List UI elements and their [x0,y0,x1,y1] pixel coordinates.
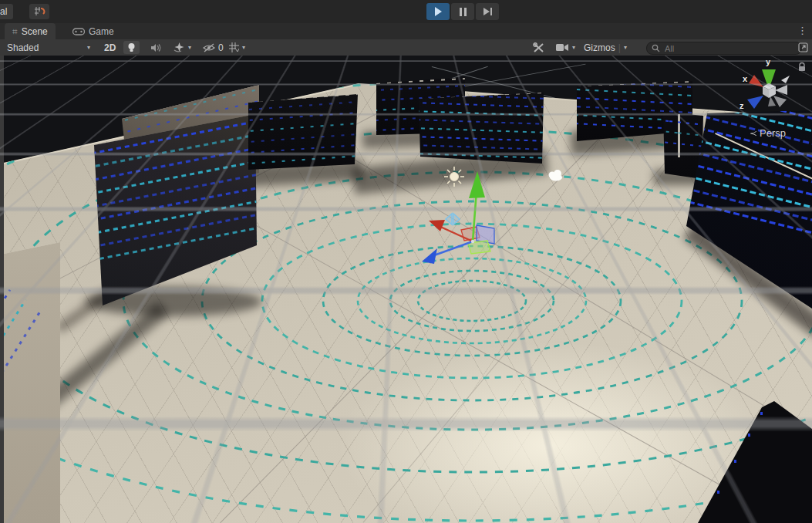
step-button[interactable] [476,3,499,20]
dot-row [245,153,361,167]
separator: | [618,42,621,53]
projection-mode-button[interactable]: ≺ Persp [750,127,786,139]
scene-tools-button[interactable] [529,41,549,54]
scene-search-field[interactable] [646,42,802,55]
chevron-down-icon: ▾ [572,44,575,51]
grid-snap-icon [33,6,45,17]
draw-mode-dropdown[interactable]: Shaded ▾ [3,41,94,54]
chevron-down-icon: ▾ [87,44,90,51]
dot-row [373,83,467,93]
pivot-toggle-button[interactable]: cal [0,4,13,19]
chevron-down-icon: ▾ [624,44,627,51]
dot-row [245,142,361,157]
hidden-eye-icon [203,43,215,52]
gamepad-icon [72,28,85,35]
hidden-objects-button[interactable]: 0 [199,41,227,54]
scene-lighting-button[interactable] [123,41,140,54]
dock-edge [0,56,4,523]
tab-scene[interactable]: ⌗ Scene [5,23,56,39]
tab-game[interactable]: Game [65,23,122,39]
scene-view-toolbar: Shaded ▾ 2D ▾ 0 ▾ ▾ Gizmos [0,39,812,56]
grid-snap-button[interactable] [29,4,49,19]
draw-mode-label: Shaded [7,42,39,53]
dot-row [660,130,705,139]
chevron-down-icon: ▾ [242,44,245,51]
dot-row [416,126,546,134]
step-icon [483,8,492,15]
search-icon [652,44,660,52]
scene-audio-button[interactable] [147,41,165,54]
axis-label-y: y [766,57,770,66]
effects-icon [174,42,185,52]
popout-icon [798,42,808,52]
kebab-menu-icon: ⋮ [797,25,807,36]
dot-row [0,309,42,425]
dot-row [245,110,361,124]
dot-row [416,109,546,117]
play-button[interactable] [426,3,450,20]
camera-icon [556,43,569,52]
effects-dropdown[interactable]: ▾ [170,41,195,54]
dot-row [416,134,546,143]
2d-toggle-button[interactable]: 2D [100,41,120,54]
tab-menu-button[interactable]: ⋮ [797,25,807,36]
grid-icon [229,42,239,52]
tab-scene-label: Scene [22,26,48,37]
dot-row [416,100,546,109]
camera-settings-dropdown[interactable]: ▾ [552,41,579,54]
pause-button[interactable] [451,3,474,20]
dot-row [0,299,27,415]
dot-row [574,87,694,99]
persp-arrow-icon: ≺ [750,129,757,137]
axis-label-x: x [743,74,747,83]
projection-label: Persp [760,127,786,139]
dot-row [245,131,361,146]
unity-editor-window: cal ⌗ Scene Game ⋮ [0,0,812,523]
chevron-down-icon: ▾ [188,44,191,51]
dot-row [91,190,259,243]
axis-label-z: z [740,101,744,110]
scene-viewport[interactable]: y x z ≺ Persp [0,56,812,523]
audio-icon [150,43,161,52]
dot-row [660,140,705,150]
tools-icon [533,42,545,53]
grid-visibility-dropdown[interactable]: ▾ [225,41,249,54]
play-icon [435,7,442,16]
gizmos-label: Gizmos [584,42,615,53]
main-toolbar: cal [0,0,812,23]
dot-row [245,120,361,135]
maximize-view-button[interactable] [794,41,812,54]
pause-icon [460,8,467,16]
dot-row [416,117,546,126]
dot-row [574,96,694,107]
light-icon [127,42,136,53]
scene-grid-icon: ⌗ [12,26,18,37]
2d-label: 2D [104,42,116,53]
gizmos-dropdown[interactable]: Gizmos | ▾ [580,41,631,54]
pivot-label: cal [0,6,7,17]
view-tab-bar: ⌗ Scene Game ⋮ [0,23,812,39]
dot-row [416,143,546,151]
point-cloud-panel[interactable] [416,89,546,167]
tab-game-label: Game [89,26,114,37]
point-cloud-panel[interactable] [245,91,361,173]
point-cloud-panel[interactable] [0,242,62,523]
dot-row [660,119,705,128]
play-controls [426,3,499,20]
scene-search-input[interactable] [663,43,774,54]
hidden-objects-count: 0 [218,42,224,53]
